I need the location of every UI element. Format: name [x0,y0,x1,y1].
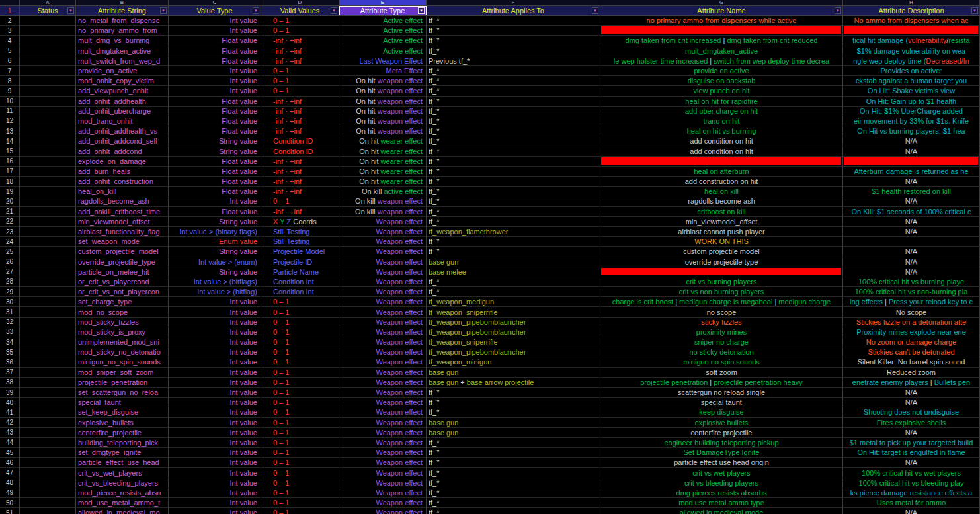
cell-b[interactable]: add_onkill_critboost_time [76,207,169,216]
cell-g[interactable]: override projectile type [600,257,843,267]
cell-d[interactable]: 0 – 1 [261,297,339,306]
cell-h[interactable]: Stickies fizzle on a detonation atte [843,318,980,327]
row-number[interactable]: 38 [0,378,20,387]
cell-h[interactable]: N/A [843,508,980,514]
row-number[interactable]: 13 [0,126,20,136]
cell-f[interactable]: base melee [427,267,600,277]
cell-a[interactable] [20,187,76,196]
cell-a[interactable] [20,56,76,65]
cell-g[interactable]: add condition on hit [600,136,843,146]
cell-h[interactable]: tical hit damage (vulnerability/resista [843,36,980,45]
cell-f[interactable]: tf_* [427,508,600,514]
cell-f[interactable]: tf_* [427,116,600,126]
cell-b[interactable]: projectile_penetration [76,378,169,387]
cell-b[interactable]: mod_pierce_resists_abso [76,488,169,497]
cell-g[interactable]: projectile penetration | projectile pene… [600,378,843,387]
cell-d[interactable]: 0 – 1 [261,407,339,417]
cell-c[interactable]: Int value > (bitflag) [169,287,261,296]
cell-g[interactable]: heal on hit vs burning [600,126,843,136]
cell-e[interactable]: On hit wearer effect [339,146,427,155]
cell-g[interactable]: explosive bullets [600,418,843,427]
column-letter-a[interactable]: A [20,0,76,5]
cell-b[interactable]: or_crit_vs_not_playercon [76,287,169,296]
cell-a[interactable] [20,86,76,95]
cell-g[interactable]: dmg taken from crit increased | dmg take… [600,36,843,45]
cell-f[interactable]: tf_* [427,16,600,25]
cell-g[interactable]: soft zoom [600,368,843,377]
cell-b[interactable]: minigun_no_spin_sounds [76,357,169,366]
row-number[interactable]: 31 [0,307,20,316]
column-letter-b[interactable]: B [76,0,169,5]
cell-c[interactable]: Int value [169,468,261,477]
cell-g[interactable]: charge is crit boost | medigun charge is… [600,297,843,306]
cell-g[interactable]: no scope [600,307,843,316]
cell-f[interactable]: tf_* [427,107,600,116]
cell-h[interactable]: On Hit: Shake victim's view [843,86,980,95]
cell-e[interactable]: Weapon effect [339,327,427,337]
cell-c[interactable]: Int value [169,428,261,437]
cell-a[interactable] [20,428,76,437]
cell-a[interactable] [20,378,76,387]
row-number[interactable]: 48 [0,478,20,488]
row-number[interactable]: 19 [0,187,20,196]
cell-e[interactable]: On hit wearer effect [339,136,427,146]
cell-a[interactable] [20,448,76,457]
cell-g[interactable]: scattergun no reload single [600,388,843,397]
cell-d[interactable]: 0 – 1 [261,357,339,366]
cell-a[interactable] [20,267,76,277]
cell-a[interactable] [20,318,76,327]
cell-d[interactable]: 0 – 1 [261,368,339,377]
cell-b[interactable]: mult_switch_from_wep_d [76,56,169,65]
cell-e[interactable]: Active effect [339,46,427,56]
cell-h[interactable]: Proximity mines explode near ene [843,327,980,337]
cell-c[interactable]: Int value > (bitflags) [169,277,261,286]
column-header-status[interactable]: Status▼ [20,6,76,15]
row-number[interactable]: 6 [0,56,20,65]
cell-c[interactable]: Float value [169,116,261,126]
column-header-valid-values[interactable]: Valid Values▼ [261,6,339,15]
cell-g[interactable]: dmg pierces resists absorbs [600,488,843,497]
cell-a[interactable] [20,116,76,126]
cell-e[interactable]: Weapon effect [339,318,427,327]
row-number[interactable]: 5 [0,46,20,56]
cell-d[interactable]: -inf · +inf [261,177,339,186]
cell-h[interactable]: N/A [843,136,980,146]
filter-dropdown-icon[interactable]: ▼ [835,7,841,14]
cell-a[interactable] [20,508,76,514]
cell-e[interactable]: Weapon effect [339,277,427,286]
cell-g[interactable]: no primary ammo from dispensers while ac… [600,16,843,25]
cell-c[interactable]: Int value [169,307,261,316]
cell-d[interactable]: -inf · +inf [261,187,339,196]
row-number[interactable]: 14 [0,136,20,146]
cell-f[interactable]: tf_weapon_sniperrifle [427,307,600,316]
cell-c[interactable]: Int value > (enum) [169,257,261,267]
cell-e[interactable]: Weapon effect [339,488,427,497]
row-number[interactable]: 30 [0,297,20,306]
cell-b[interactable]: add_onhit_addcond [76,146,169,155]
cell-h[interactable]: Fires explosive shells [843,418,980,427]
cell-g[interactable]: minigun no spin sounds [600,357,843,366]
cell-g[interactable]: crit vs non burning players [600,287,843,296]
cell-e[interactable]: Weapon effect [339,247,427,256]
cell-b[interactable]: mod_sticky_fizzles [76,318,169,327]
cell-b[interactable]: unimplemented_mod_sni [76,337,169,347]
column-letter-f[interactable]: F [427,0,600,5]
cell-b[interactable]: provide_on_active [76,66,169,75]
cell-a[interactable] [20,16,76,25]
cell-f[interactable]: tf_* [427,26,600,35]
cell-g[interactable] [600,26,843,35]
cell-f[interactable]: tf_* [427,136,600,146]
cell-c[interactable]: Float value [169,187,261,196]
cell-b[interactable]: add_viewpunch_onhit [76,86,169,95]
cell-h[interactable]: Reduced zoom [843,368,980,377]
cell-c[interactable]: Int value [169,86,261,95]
filter-dropdown-icon[interactable]: ▼ [331,7,337,14]
cell-b[interactable]: no_primary_ammo_from_ [76,26,169,35]
cell-c[interactable]: Float value [169,97,261,106]
cell-f[interactable]: tf_* [427,398,600,407]
cell-a[interactable] [20,488,76,497]
cell-c[interactable]: Float value [169,207,261,216]
cell-e[interactable]: On hit wearer effect [339,177,427,186]
row-number[interactable]: 51 [0,508,20,514]
cell-e[interactable]: Weapon effect [339,307,427,316]
